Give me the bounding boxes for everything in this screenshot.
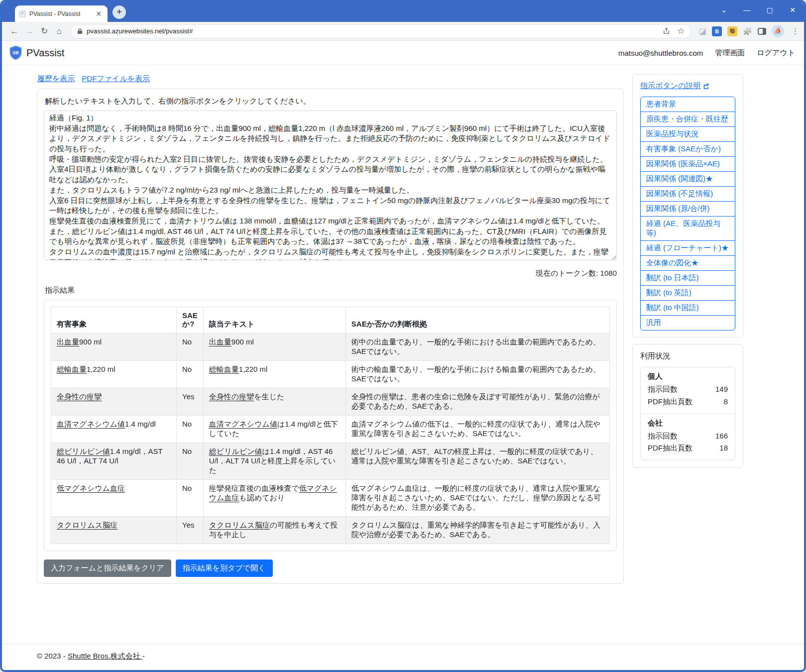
open-results-tab-button[interactable]: 指示結果を別タブで開く — [176, 560, 273, 577]
results-label: 指示結果 — [45, 286, 617, 295]
sae-flag-cell: No — [177, 416, 204, 443]
browser-window: PVassist - PVassist ✕ + ⌄ — ▢ ✕ ← → ↻ ⌂ … — [0, 0, 806, 672]
lock-icon — [77, 28, 83, 34]
usage-section-title: 個人 — [648, 372, 728, 381]
logout-link[interactable]: ログアウト — [757, 48, 795, 58]
usage-row-label: PDF抽出頁数 — [648, 396, 692, 408]
instruction-button[interactable]: 原疾患・合併症・既往歴 — [640, 112, 735, 127]
instruction-button[interactable]: 因果関係 (関連図)★ — [640, 171, 735, 187]
matched-text-cell: 血清マグネシウム値は1.4 mg/dlと低下していた — [203, 416, 345, 443]
app-header: SB PVassist matsuo@shuttlebros.com 管理画面 … — [2, 41, 804, 65]
instruction-button[interactable]: 翻訳 (to 英語) — [640, 285, 735, 301]
matched-text-cell: タクロリムス脳症の可能性も考えて投与を中止し — [203, 517, 345, 544]
usage-title: 利用状況 — [640, 351, 735, 361]
user-email: matsuo@shuttlebros.com — [618, 49, 703, 57]
input-instruction: 解析したいテキストを入力して、右側の指示ボタンをクリックしてください。 — [45, 97, 617, 106]
table-row: 全身性の痙攣Yes全身性の痙攣を生じた全身性の痙攣は、患者の生命に危険を及ぼす可… — [51, 388, 610, 416]
forward-icon[interactable]: → — [22, 26, 37, 36]
instruction-button[interactable]: 全体像の図化★ — [640, 255, 735, 271]
usage-row-value: 8 — [724, 396, 728, 408]
tab-close-icon[interactable]: ✕ — [94, 10, 104, 18]
usage-row-value: 166 — [715, 430, 728, 443]
bookmark-star-icon[interactable]: ☆ — [677, 26, 685, 36]
results-table-body: 出血量900 mlNo出血量900 ml術中の出血量であり、一般的な手術における… — [51, 334, 610, 544]
browser-menu-kebab-icon[interactable]: ⋮ — [792, 27, 799, 36]
instruction-buttons-card: 指示ボタンの説明 患者背景原疾患・合併症・既往歴医薬品投与状況有害事象 (SAE… — [632, 74, 743, 337]
sae-flag-cell: No — [177, 480, 204, 517]
external-link-icon — [703, 83, 709, 89]
instruction-button[interactable]: 患者背景 — [640, 97, 735, 112]
admin-link[interactable]: 管理画面 — [715, 48, 745, 58]
results-table: 有害事象SAE か?該当テキストSAEか否かの判断根拠 出血量900 mlNo出… — [51, 307, 610, 544]
url-text: pvassist.azurewebsites.net/pvassist# — [87, 27, 193, 35]
back-icon[interactable]: ← — [7, 26, 22, 36]
adverse-event-cell: 出血量900 ml — [51, 334, 177, 361]
clear-form-button[interactable]: 入力フォームと指示結果をクリア — [44, 560, 171, 577]
window-close-icon[interactable]: ✕ — [781, 2, 804, 19]
usage-row: PDF抽出頁数8 — [648, 396, 728, 408]
home-icon[interactable]: ⌂ — [52, 26, 67, 36]
analysis-card: 解析したいテキストを入力して、右側の指示ボタンをクリックしてください。 経過（F… — [37, 89, 624, 584]
main-column: 履歴を表示 PDFファイルを表示 解析したいテキストを入力して、右側の指示ボタン… — [37, 74, 624, 584]
show-pdf-link[interactable]: PDFファイルを表示 — [82, 74, 150, 84]
instruction-button[interactable]: 因果関係 (不足情報) — [640, 186, 735, 202]
table-header-cell: 有害事象 — [51, 307, 177, 334]
adverse-event-cell: 総輸血量1,220 ml — [51, 361, 177, 388]
copyright-text: © 2023 - — [37, 652, 66, 660]
usage-box: 個人指示回数149PDF抽出頁数8会社指示回数166PDF抽出頁数18 — [640, 367, 735, 460]
usage-row-value: 18 — [719, 442, 728, 454]
reload-icon[interactable]: ↻ — [37, 26, 52, 36]
profile-avatar[interactable]: ⛵ — [772, 25, 784, 37]
rationale-cell: 全身性の痙攣は、患者の生命に危険を及ぼす可能性があり、緊急の治療が必要であるため… — [345, 388, 609, 416]
sae-flag-cell: No — [177, 361, 204, 388]
extension-blue-icon[interactable]: B — [712, 26, 722, 36]
show-history-link[interactable]: 履歴を表示 — [37, 74, 75, 84]
usage-section-title: 会社 — [648, 419, 728, 428]
instruction-button[interactable]: 経過 (フローチャート)★ — [640, 240, 735, 256]
instruction-button[interactable]: 経過 (AE、医薬品投与等) — [640, 216, 735, 241]
page: SB PVassist matsuo@shuttlebros.com 管理画面 … — [2, 41, 804, 670]
instruction-buttons: 患者背景原疾患・合併症・既往歴医薬品投与状況有害事象 (SAEか否か)因果関係 … — [640, 97, 735, 331]
window-maximize-icon[interactable]: ▢ — [758, 2, 781, 19]
adverse-event-cell: 低マグネシウム血症 — [51, 480, 177, 517]
extension-gray-icon[interactable]: ◪ — [699, 26, 706, 36]
table-header-cell: SAE か? — [177, 307, 204, 334]
browser-tab[interactable]: PVassist - PVassist ✕ — [15, 5, 108, 22]
company-link[interactable]: Shuttle Bros.株式会社 — [68, 652, 142, 660]
window-menu-chevron-icon[interactable]: ⌄ — [712, 2, 735, 19]
sae-flag-cell: Yes — [177, 388, 204, 416]
instruction-button[interactable]: 医薬品投与状況 — [640, 126, 735, 142]
instruction-button[interactable]: 有害事象 (SAEか否か) — [640, 141, 735, 157]
instruction-button[interactable]: 汎用 — [640, 315, 735, 331]
side-panel-icon[interactable] — [758, 28, 766, 35]
extensions-puzzle-icon[interactable]: 🧩 — [743, 27, 752, 36]
instruction-button[interactable]: 因果関係 (原/合/併) — [640, 201, 735, 217]
matched-text-cell: 出血量900 ml — [203, 334, 345, 361]
instruction-button[interactable]: 翻訳 (to 中国語) — [640, 300, 735, 316]
address-bar[interactable]: pvassist.azurewebsites.net/pvassist# ☆ — [71, 24, 691, 38]
instruction-button[interactable]: 因果関係 (医薬品×AE) — [640, 156, 735, 172]
usage-row-value: 149 — [715, 383, 728, 396]
sae-flag-cell: No — [177, 334, 204, 361]
extension-yellow-icon[interactable]: 毎 — [727, 26, 737, 36]
brand-title: PVassist — [26, 47, 64, 59]
footer: © 2023 - Shuttle Bros.株式会社 - — [2, 644, 804, 670]
rationale-cell: 低マグネシウム血症は、一般的に軽度の症状であり、通常は入院や重篤な障害を引き起こ… — [345, 480, 609, 517]
instruction-button[interactable]: 翻訳 (to 日本語) — [640, 270, 735, 286]
window-minimize-icon[interactable]: — — [735, 2, 758, 19]
rationale-cell: 術中の出血量であり、一般的な手術における出血量の範囲内であるため、SAEではない… — [345, 334, 609, 361]
footer-suffix: - — [142, 652, 145, 660]
rationale-cell: 総ビリルビン値、AST、ALTの軽度上昇は、一般的に軽度の症状であり、通常は入院… — [345, 443, 609, 480]
tab-title: PVassist - PVassist — [29, 10, 94, 17]
usage-row-label: PDF抽出頁数 — [648, 442, 692, 454]
new-tab-button[interactable]: + — [113, 5, 126, 19]
usage-row-label: 指示回数 — [648, 430, 678, 443]
instruction-help-link[interactable]: 指示ボタンの説明 — [640, 81, 709, 91]
table-header-row: 有害事象SAE か?該当テキストSAEか否かの判断根拠 — [51, 307, 610, 334]
matched-text-cell: 総輸血量1,220 ml — [203, 361, 345, 388]
table-row: 血清マグネシウム値1.4 mg/dlNo血清マグネシウム値は1.4 mg/dlと… — [51, 416, 610, 443]
share-icon[interactable] — [663, 27, 670, 35]
pvassist-shield-logo: SB — [9, 45, 22, 60]
rationale-cell: 術中の輸血量であり、一般的な手術における輸血量の範囲内であるため、SAEではない… — [345, 361, 609, 388]
analysis-text-input[interactable]: 経過（Fig. 1） 術中経過は問題なく，手術時間は8 時間16 分で，出血量9… — [44, 111, 617, 260]
